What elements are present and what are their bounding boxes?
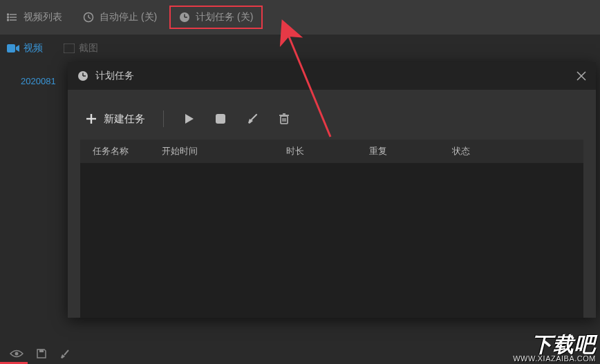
col-start-time: 开始时间 bbox=[162, 145, 286, 157]
file-name: 2020081 bbox=[21, 76, 56, 86]
tab-video-label: 视频 bbox=[24, 42, 43, 55]
close-icon bbox=[576, 71, 586, 81]
scheduled-tasks-dialog: 计划任务 新建任务 bbox=[68, 62, 596, 318]
svg-rect-31 bbox=[39, 349, 44, 352]
video-list-label: 视频列表 bbox=[24, 11, 62, 23]
toolbar-divider bbox=[163, 111, 164, 127]
svg-line-22 bbox=[252, 115, 256, 119]
stop-button[interactable] bbox=[214, 112, 227, 126]
tab-video[interactable]: 视频 bbox=[7, 42, 43, 55]
list-icon bbox=[7, 12, 18, 23]
watermark-brand: 下载吧 bbox=[513, 334, 596, 355]
svg-rect-12 bbox=[7, 44, 15, 52]
new-task-label: 新建任务 bbox=[104, 113, 145, 126]
svg-rect-21 bbox=[216, 114, 225, 124]
table-body bbox=[80, 163, 583, 318]
dialog-header: 计划任务 bbox=[68, 62, 596, 90]
close-button[interactable] bbox=[576, 71, 586, 81]
new-task-button[interactable]: 新建任务 bbox=[84, 112, 145, 126]
video-icon bbox=[7, 44, 19, 53]
tab-screenshot-label: 截图 bbox=[79, 42, 98, 55]
col-duration: 时长 bbox=[286, 145, 369, 157]
play-icon bbox=[182, 112, 196, 126]
top-toolbar: 视频列表 自动停止 (关) 计划任务 (关) bbox=[0, 0, 600, 35]
auto-stop-label: 自动停止 (关) bbox=[100, 11, 157, 23]
auto-stop-button[interactable]: 自动停止 (关) bbox=[83, 11, 157, 23]
tab-bar: 视频 截图 bbox=[0, 35, 600, 62]
trash-icon bbox=[277, 112, 291, 126]
svg-rect-13 bbox=[64, 44, 75, 53]
svg-point-3 bbox=[8, 14, 9, 15]
clock-icon bbox=[179, 12, 190, 23]
watermark: 下载吧 WWW.XIAZAIBA.COM bbox=[509, 333, 600, 364]
tab-screenshot[interactable]: 截图 bbox=[64, 42, 98, 55]
dialog-toolbar: 新建任务 bbox=[80, 104, 583, 134]
table-header: 任务名称 开始时间 时长 重复 状态 bbox=[80, 140, 583, 163]
col-task-name: 任务名称 bbox=[93, 145, 162, 157]
screenshot-icon bbox=[64, 44, 75, 53]
col-repeat: 重复 bbox=[369, 145, 452, 157]
save-icon[interactable] bbox=[36, 348, 47, 359]
task-table: 任务名称 开始时间 时长 重复 状态 bbox=[80, 140, 583, 318]
svg-point-4 bbox=[8, 17, 9, 18]
scheduled-tasks-button[interactable]: 计划任务 (关) bbox=[169, 6, 263, 29]
clock-stop-icon bbox=[83, 12, 94, 23]
svg-line-32 bbox=[64, 350, 68, 355]
stop-icon bbox=[214, 112, 227, 126]
scheduled-tasks-label: 计划任务 (关) bbox=[196, 11, 253, 23]
brush-icon bbox=[245, 112, 259, 126]
svg-point-30 bbox=[15, 352, 19, 356]
play-button[interactable] bbox=[182, 112, 196, 126]
svg-line-8 bbox=[88, 17, 91, 19]
video-list-button[interactable]: 视频列表 bbox=[7, 11, 62, 23]
dialog-title: 计划任务 bbox=[95, 70, 134, 82]
edit-small-icon[interactable] bbox=[59, 348, 71, 359]
svg-point-5 bbox=[8, 19, 9, 21]
content-area: 2020081 计划任务 新建任务 bbox=[0, 62, 600, 364]
plus-icon bbox=[84, 112, 98, 126]
delete-button[interactable] bbox=[277, 112, 291, 126]
col-status: 状态 bbox=[452, 145, 571, 157]
edit-button[interactable] bbox=[245, 112, 259, 126]
eye-icon[interactable] bbox=[10, 349, 24, 358]
clock-icon bbox=[77, 70, 88, 82]
watermark-url: WWW.XIAZAIBA.COM bbox=[513, 355, 596, 363]
